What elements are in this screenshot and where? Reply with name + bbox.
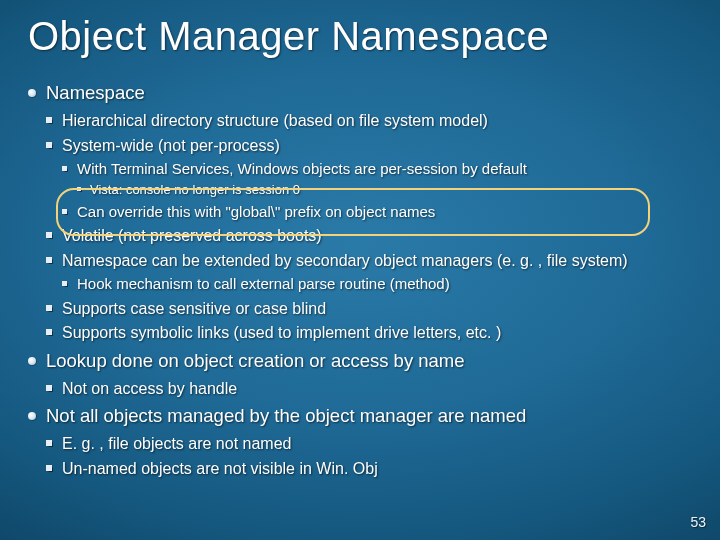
bullet-l1: E. g. , file objects are not named <box>46 433 692 455</box>
bullet-l1: Un-named objects are not visible in Win.… <box>46 458 692 480</box>
bullet-text: Namespace <box>46 82 145 103</box>
slide: Object Manager Namespace Namespace Hiera… <box>0 0 720 540</box>
bullet-l0: Namespace Hierarchical directory structu… <box>28 81 692 344</box>
bullet-text: Hierarchical directory structure (based … <box>62 112 488 129</box>
bullet-text: With Terminal Services, Windows objects … <box>77 160 527 177</box>
bullet-l2: Hook mechanism to call external parse ro… <box>62 274 692 294</box>
bullet-text: System-wide (not per-process) <box>62 137 280 154</box>
bullet-l2: With Terminal Services, Windows objects … <box>62 159 692 199</box>
bullet-l1: Supports symbolic links (used to impleme… <box>46 322 692 344</box>
bullet-l3: Vista: console no longer is session 0 <box>77 181 692 199</box>
bullet-text: E. g. , file objects are not named <box>62 435 291 452</box>
bullet-l1: System-wide (not per-process) With Termi… <box>46 135 692 223</box>
slide-title: Object Manager Namespace <box>28 14 692 59</box>
bullet-l1: Volatile (not preserved across boots) <box>46 225 692 247</box>
bullet-text: Namespace can be extended by secondary o… <box>62 252 628 269</box>
bullet-l1: Namespace can be extended by secondary o… <box>46 250 692 295</box>
bullet-text: Vista: console no longer is session 0 <box>90 182 300 197</box>
bullet-l1: Hierarchical directory structure (based … <box>46 110 692 132</box>
bullet-l0: Lookup done on object creation or access… <box>28 349 692 400</box>
bullet-text: Not all objects managed by the object ma… <box>46 405 526 426</box>
bullet-text: Hook mechanism to call external parse ro… <box>77 275 450 292</box>
bullet-text: Un-named objects are not visible in Win.… <box>62 460 378 477</box>
bullet-text: Supports case sensitive or case blind <box>62 300 326 317</box>
page-number: 53 <box>690 514 706 530</box>
bullet-text: Not on access by handle <box>62 380 237 397</box>
bullet-text: Lookup done on object creation or access… <box>46 350 465 371</box>
bullet-l2: Can override this with "global\" prefix … <box>62 202 692 222</box>
bullet-text: Supports symbolic links (used to impleme… <box>62 324 501 341</box>
bullet-l1: Supports case sensitive or case blind <box>46 298 692 320</box>
bullet-list: Namespace Hierarchical directory structu… <box>28 81 692 480</box>
bullet-text: Volatile (not preserved across boots) <box>62 227 322 244</box>
bullet-text: Can override this with "global\" prefix … <box>77 203 435 220</box>
bullet-l0: Not all objects managed by the object ma… <box>28 404 692 479</box>
bullet-l1: Not on access by handle <box>46 378 692 400</box>
